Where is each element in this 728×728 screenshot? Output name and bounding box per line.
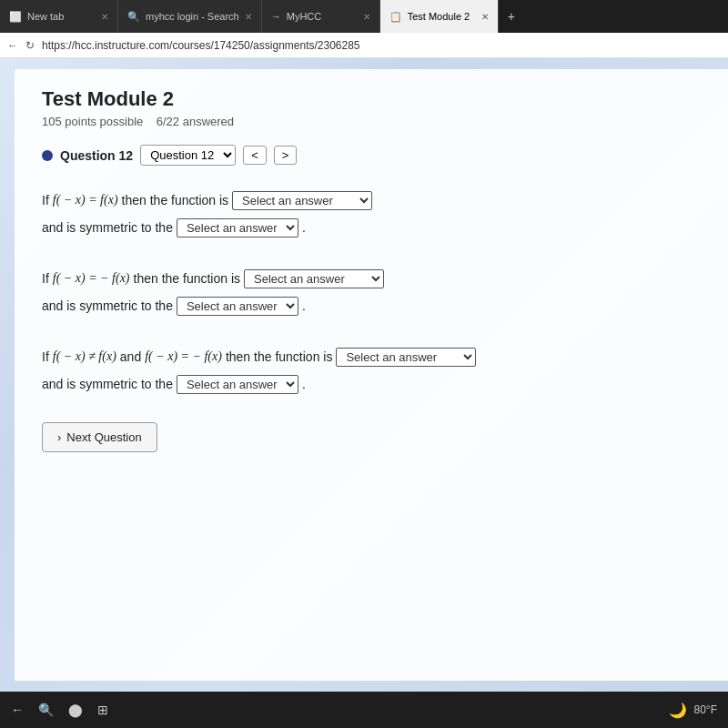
bottom-taskbar: ← 🔍 ⬤ ⊞ 🌙 80°F — [0, 692, 728, 728]
q1-middle: then the function is — [122, 187, 229, 213]
q1-line2-prefix: and is symmetric to the — [42, 215, 173, 240]
q1-math1: f( − x) = f(x) — [53, 187, 118, 213]
question-2-line-2: and is symmetric to the Select an answer… — [42, 293, 715, 318]
q1-answer1-select[interactable]: Select an answer even odd neither even n… — [232, 191, 372, 210]
q2-line2-prefix: and is symmetric to the — [42, 293, 173, 318]
question-block-3: If f( − x) ≠ f(x) and f( − x) = − f(x) t… — [42, 344, 715, 397]
tab-search[interactable]: 🔍 myhcc login - Search ✕ — [118, 0, 262, 33]
q1-answer2-select[interactable]: Select an answer the y-axis the origin t… — [177, 218, 298, 238]
question-block-2: If f( − x) = − f(x) then the function is… — [42, 266, 715, 318]
question-2-line-1: If f( − x) = − f(x) then the function is… — [42, 266, 715, 291]
q3-answer1-select[interactable]: Select an answer even odd neither even n… — [336, 348, 476, 367]
q3-answer2-select[interactable]: Select an answer the y-axis the origin t… — [177, 375, 298, 394]
weather-temp: 80°F — [694, 703, 717, 716]
tab-test-label: Test Module 2 — [408, 11, 470, 22]
tab-search-label: myhcc login - Search — [146, 11, 239, 22]
question-1-line-2: and is symmetric to the Select an answer… — [42, 215, 715, 240]
q2-math1: f( − x) = − f(x) — [53, 266, 130, 291]
system-tray: 🌙 80°F — [669, 702, 717, 719]
next-chevron-icon: › — [57, 430, 61, 444]
tab-icon: ⬜ — [9, 11, 22, 23]
tab-myhcc-close[interactable]: ✕ — [363, 12, 370, 22]
home-icon[interactable]: ⬤ — [68, 703, 83, 717]
browser-background: Test Module 2 105 points possible 6/22 a… — [0, 58, 728, 692]
tab-myhcc[interactable]: → MyHCC ✕ — [262, 0, 380, 33]
browser-taskbar: ⬜ New tab ✕ 🔍 myhcc login - Search ✕ → M… — [0, 0, 728, 33]
url-input[interactable] — [42, 39, 721, 52]
q2-prefix: If — [42, 266, 49, 291]
search-taskbar-icon[interactable]: 🔍 — [38, 703, 54, 717]
tab-bar: ⬜ New tab ✕ 🔍 myhcc login - Search ✕ → M… — [0, 0, 728, 33]
q1-period: . — [302, 215, 306, 240]
new-tab-button[interactable]: + — [499, 0, 524, 33]
weather-icon: 🌙 — [669, 702, 687, 719]
q1-prefix: If — [42, 187, 49, 213]
q3-period: . — [302, 371, 306, 397]
question-3-line-1: If f( − x) ≠ f(x) and f( − x) = − f(x) t… — [42, 344, 715, 369]
tab-test-close[interactable]: ✕ — [481, 12, 489, 22]
refresh-button[interactable]: ↻ — [25, 39, 35, 52]
q2-answer1-select[interactable]: Select an answer even odd neither even n… — [244, 269, 384, 288]
q3-connector: and — [120, 344, 141, 369]
question-nav: Question 12 Question 12 < > — [42, 145, 715, 166]
next-question-nav-button[interactable]: > — [274, 146, 298, 165]
question-1-line-1: If f( − x) = f(x) then the function is S… — [42, 187, 715, 213]
windows-icon[interactable]: ⊞ — [97, 703, 108, 717]
q2-middle: then the function is — [134, 266, 241, 291]
page-subtitle: 105 points possible 6/22 answered — [42, 115, 715, 128]
tab-search-icon: 🔍 — [127, 11, 140, 23]
tab-label: New tab — [27, 11, 64, 22]
question-number: Question 12 — [60, 148, 133, 163]
tab-new-tab[interactable]: ⬜ New tab ✕ — [0, 0, 118, 33]
address-bar: ← ↻ — [0, 33, 728, 58]
q2-period: . — [302, 293, 306, 318]
q2-answer2-select[interactable]: Select an answer the y-axis the origin t… — [177, 297, 298, 316]
tab-search-close[interactable]: ✕ — [245, 12, 252, 22]
question-dot — [42, 150, 53, 161]
tab-test-module[interactable]: 📋 Test Module 2 ✕ — [380, 0, 499, 33]
answered-count: 6/22 answered — [157, 115, 234, 128]
q3-line2-prefix: and is symmetric to the — [42, 371, 173, 397]
q3-prefix: If — [42, 344, 49, 369]
prev-question-button[interactable]: < — [243, 146, 267, 165]
page-title: Test Module 2 — [42, 87, 715, 111]
tab-myhcc-icon: → — [271, 11, 281, 22]
tab-myhcc-label: MyHCC — [287, 11, 322, 22]
tab-close[interactable]: ✕ — [101, 12, 108, 22]
next-button-label: Next Question — [66, 430, 141, 444]
question-block-1: If f( − x) = f(x) then the function is S… — [42, 187, 715, 240]
back-button[interactable]: ← — [7, 39, 18, 52]
points-possible: 105 points possible — [42, 115, 143, 128]
q3-middle: then the function is — [226, 344, 333, 369]
tab-test-icon: 📋 — [389, 11, 402, 23]
page-content: Test Module 2 105 points possible 6/22 a… — [15, 69, 728, 681]
question-3-line-2: and is symmetric to the Select an answer… — [42, 371, 715, 397]
question-selector[interactable]: Question 12 — [140, 145, 236, 166]
next-question-button[interactable]: › Next Question — [42, 422, 157, 452]
back-nav-icon[interactable]: ← — [11, 703, 24, 717]
q3-math2: f( − x) = − f(x) — [145, 344, 222, 369]
question-label: Question 12 — [42, 148, 133, 163]
q3-math1: f( − x) ≠ f(x) — [53, 344, 116, 369]
